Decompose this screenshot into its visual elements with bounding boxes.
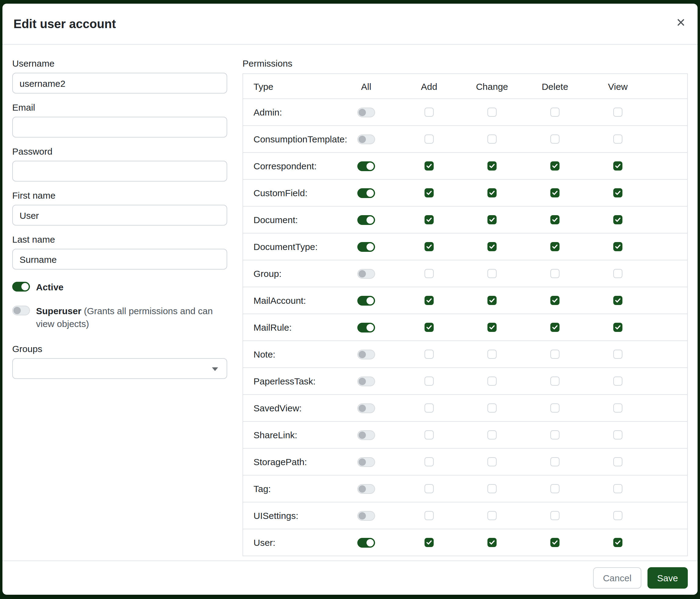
add-checkbox[interactable] <box>425 135 434 144</box>
view-checkbox[interactable] <box>613 511 622 520</box>
cancel-button[interactable]: Cancel <box>593 567 641 589</box>
delete-checkbox-cell <box>523 107 586 117</box>
superuser-toggle[interactable] <box>12 306 30 315</box>
add-checkbox[interactable] <box>425 215 434 224</box>
close-icon[interactable]: × <box>676 15 685 30</box>
add-checkbox-cell <box>398 242 460 251</box>
change-checkbox[interactable] <box>488 269 497 278</box>
delete-checkbox[interactable] <box>550 323 559 332</box>
add-checkbox[interactable] <box>425 296 434 305</box>
change-checkbox[interactable] <box>488 457 497 466</box>
change-checkbox[interactable] <box>488 135 497 144</box>
add-checkbox[interactable] <box>425 350 434 359</box>
add-checkbox[interactable] <box>425 188 434 197</box>
delete-checkbox[interactable] <box>550 350 559 359</box>
delete-checkbox[interactable] <box>550 511 559 520</box>
all-toggle-cell <box>335 403 398 413</box>
all-toggle[interactable] <box>357 376 375 386</box>
view-checkbox[interactable] <box>613 377 622 386</box>
change-checkbox[interactable] <box>488 538 497 547</box>
all-toggle[interactable] <box>357 537 375 547</box>
add-checkbox[interactable] <box>425 430 434 439</box>
view-checkbox[interactable] <box>613 242 622 251</box>
change-checkbox[interactable] <box>488 296 497 305</box>
delete-checkbox[interactable] <box>550 135 559 144</box>
add-checkbox[interactable] <box>425 269 434 278</box>
all-toggle[interactable] <box>357 134 375 144</box>
view-checkbox[interactable] <box>613 457 622 466</box>
all-toggle[interactable] <box>357 161 375 171</box>
change-checkbox[interactable] <box>488 323 497 332</box>
view-checkbox[interactable] <box>613 538 622 547</box>
email-input[interactable] <box>12 117 227 138</box>
save-button[interactable]: Save <box>648 567 688 589</box>
delete-checkbox[interactable] <box>550 161 559 170</box>
change-checkbox[interactable] <box>488 188 497 197</box>
all-toggle[interactable] <box>357 295 375 305</box>
all-toggle[interactable] <box>357 511 375 521</box>
groups-label: Groups <box>12 342 227 355</box>
change-checkbox[interactable] <box>488 403 497 413</box>
delete-checkbox[interactable] <box>550 296 559 305</box>
view-checkbox[interactable] <box>613 188 622 197</box>
username-input[interactable] <box>12 73 227 94</box>
change-checkbox[interactable] <box>488 511 497 520</box>
delete-checkbox[interactable] <box>550 215 559 224</box>
all-toggle[interactable] <box>357 215 375 224</box>
view-checkbox[interactable] <box>613 296 622 305</box>
delete-checkbox[interactable] <box>550 242 559 251</box>
view-checkbox[interactable] <box>613 107 622 117</box>
all-toggle[interactable] <box>357 484 375 494</box>
all-toggle[interactable] <box>357 269 375 279</box>
change-checkbox[interactable] <box>488 350 497 359</box>
change-checkbox[interactable] <box>488 161 497 170</box>
add-checkbox[interactable] <box>425 161 434 170</box>
groups-select[interactable] <box>12 358 227 379</box>
change-checkbox[interactable] <box>488 377 497 386</box>
change-checkbox[interactable] <box>488 107 497 117</box>
active-toggle[interactable] <box>12 282 30 291</box>
view-checkbox[interactable] <box>613 430 622 439</box>
add-checkbox[interactable] <box>425 242 434 251</box>
add-checkbox[interactable] <box>425 107 434 117</box>
all-toggle[interactable] <box>357 107 375 117</box>
delete-checkbox[interactable] <box>550 457 559 466</box>
view-checkbox[interactable] <box>613 403 622 413</box>
delete-checkbox[interactable] <box>550 484 559 493</box>
add-checkbox[interactable] <box>425 484 434 493</box>
all-toggle[interactable] <box>357 430 375 440</box>
delete-checkbox[interactable] <box>550 538 559 547</box>
delete-checkbox[interactable] <box>550 188 559 197</box>
add-checkbox[interactable] <box>425 377 434 386</box>
add-checkbox[interactable] <box>425 403 434 413</box>
change-checkbox[interactable] <box>488 484 497 493</box>
view-checkbox[interactable] <box>613 215 622 224</box>
all-toggle[interactable] <box>357 349 375 359</box>
all-toggle[interactable] <box>357 457 375 467</box>
delete-checkbox[interactable] <box>550 269 559 278</box>
delete-checkbox[interactable] <box>550 403 559 413</box>
view-checkbox[interactable] <box>613 135 622 144</box>
change-checkbox[interactable] <box>488 430 497 439</box>
change-checkbox[interactable] <box>488 242 497 251</box>
add-checkbox[interactable] <box>425 538 434 547</box>
all-toggle[interactable] <box>357 403 375 413</box>
view-checkbox[interactable] <box>613 350 622 359</box>
view-checkbox[interactable] <box>613 269 622 278</box>
add-checkbox[interactable] <box>425 323 434 332</box>
delete-checkbox[interactable] <box>550 430 559 439</box>
password-input[interactable] <box>12 161 227 182</box>
delete-checkbox[interactable] <box>550 107 559 117</box>
all-toggle[interactable] <box>357 242 375 251</box>
view-checkbox[interactable] <box>613 484 622 493</box>
view-checkbox[interactable] <box>613 161 622 170</box>
add-checkbox[interactable] <box>425 511 434 520</box>
last-name-input[interactable] <box>12 249 227 269</box>
add-checkbox[interactable] <box>425 457 434 466</box>
all-toggle[interactable] <box>357 322 375 332</box>
first-name-input[interactable] <box>12 205 227 225</box>
change-checkbox[interactable] <box>488 215 497 224</box>
all-toggle[interactable] <box>357 188 375 198</box>
view-checkbox[interactable] <box>613 323 622 332</box>
delete-checkbox[interactable] <box>550 377 559 386</box>
